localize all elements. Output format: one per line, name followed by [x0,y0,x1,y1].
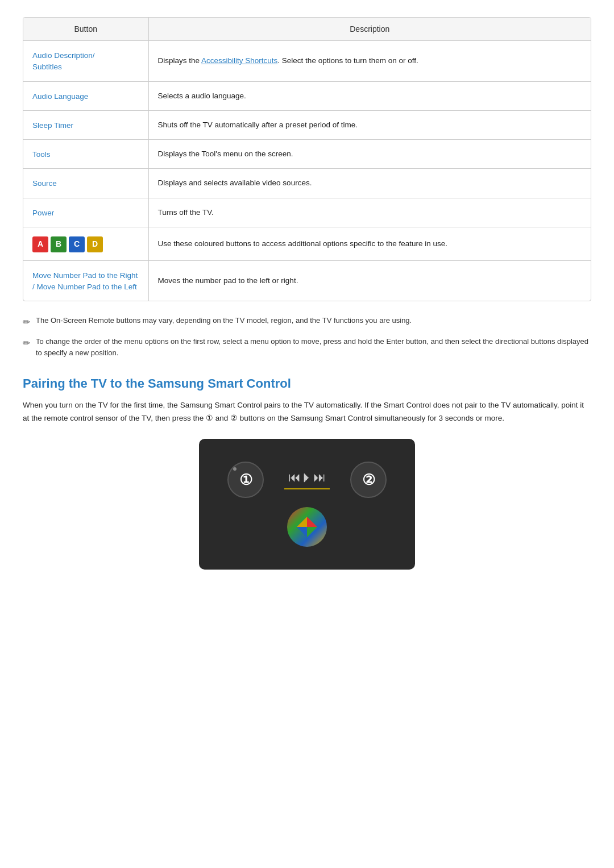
play-pause-group: ⏮⏵⏭ [284,470,330,489]
button-label-power[interactable]: Power [32,209,54,217]
remote-center-multicolor-button [287,507,327,547]
table-row: Audio Language Selects a audio language. [23,81,591,110]
multicolor-icon [296,516,318,538]
color-buttons-group: A B C D [32,236,139,252]
button-d: D [87,236,103,252]
note-icon: ✏ [23,315,30,329]
remote-top-row: ① ⏮⏵⏭ ② [227,462,387,498]
button-2-label: ② [362,471,375,489]
table-row: Power Turns off the TV. [23,198,591,227]
button-label-move-numpad[interactable]: Move Number Pad to the Right / Move Numb… [32,271,138,291]
description-move-numpad: Moves the number pad to the left or righ… [148,260,591,301]
button-label-sleep-timer[interactable]: Sleep Timer [32,121,73,130]
note-text-1: The On-Screen Remote buttons may vary, d… [36,315,412,326]
pairing-section: Pairing the TV to the Samsung Smart Cont… [23,376,591,570]
table-row: Tools Displays the Tool's menu on the sc… [23,140,591,169]
table-row: Sleep Timer Shuts off the TV automatical… [23,110,591,139]
description-color-buttons: Use these coloured buttons to access add… [148,227,591,260]
button-label-audio-desc[interactable]: Audio Description/Subtitles [32,51,95,71]
section-body: When you turn on the TV for the first ti… [23,399,591,425]
note-text-2: To change the order of the menu options … [36,336,591,358]
button-c: C [69,236,85,252]
remote-button-2: ② [350,462,387,498]
play-pause-icon: ⏮⏵⏭ [288,470,326,485]
col-description-header: Description [148,18,591,41]
section-title: Pairing the TV to the Samsung Smart Cont… [23,376,591,391]
remote-illustration: ① ⏮⏵⏭ ② [199,439,415,570]
note-item: ✏ To change the order of the menu option… [23,336,591,358]
remote-indicator-line [284,488,330,489]
description-tools: Displays the Tool's menu on the screen. [148,140,591,169]
accessibility-shortcuts-link[interactable]: Accessibility Shortcuts [201,56,277,65]
table-row: Move Number Pad to the Right / Move Numb… [23,260,591,301]
table-row: Audio Description/Subtitles Displays the… [23,41,591,82]
note-item: ✏ The On-Screen Remote buttons may vary,… [23,315,591,329]
button-1-label: ① [239,471,252,489]
description-sleep-timer: Shuts off the TV automatically after a p… [148,110,591,139]
description-source: Displays and selects available video sou… [148,169,591,198]
button-label-tools[interactable]: Tools [32,150,51,159]
description-audio-lang: Selects a audio language. [148,81,591,110]
button-label-source[interactable]: Source [32,179,57,188]
description-power: Turns off the TV. [148,198,591,227]
table-row: Source Displays and selects available vi… [23,169,591,198]
button-b: B [51,236,67,252]
note-icon: ✏ [23,337,30,350]
button-table: Button Description Audio Description/Sub… [23,17,591,301]
button-label-audio-lang[interactable]: Audio Language [32,92,88,101]
description-audio-desc: Displays the Accessibility Shortcuts. Se… [148,41,591,82]
notes-section: ✏ The On-Screen Remote buttons may vary,… [23,315,591,358]
remote-button-1: ① [227,462,264,498]
button-a: A [32,236,48,252]
col-button-header: Button [23,18,148,41]
remote-dot [233,467,237,471]
table-row: A B C D Use these coloured buttons to ac… [23,227,591,260]
